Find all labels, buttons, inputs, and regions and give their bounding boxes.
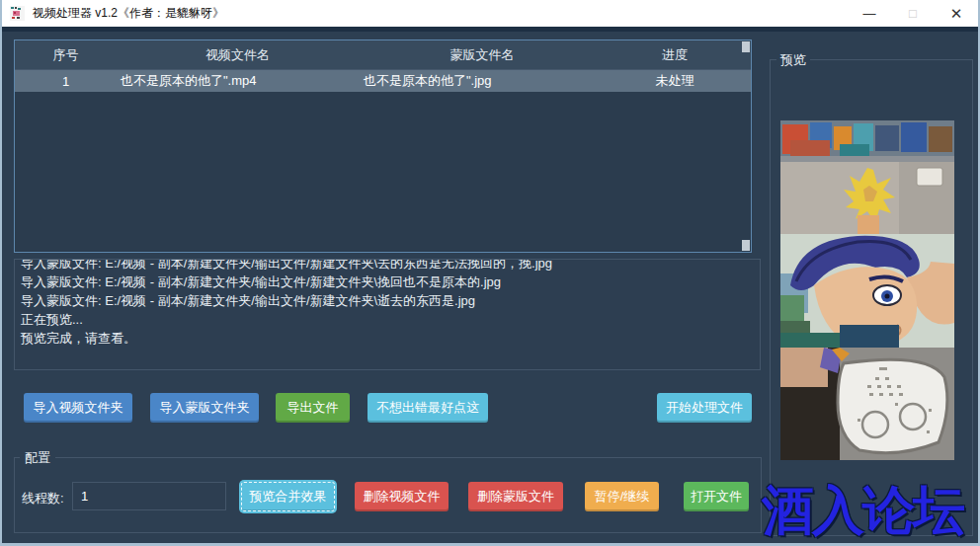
delete-video-button[interactable]: 删除视频文件 bbox=[355, 482, 449, 511]
config-group-label: 配置 bbox=[20, 449, 55, 467]
column-header-video: 视频文件名 bbox=[117, 46, 359, 64]
log-line: 导入蒙版文件: E:/视频 - 副本/新建文件夹/输出文件/新建文件夹\挽回也不… bbox=[21, 273, 754, 291]
preview-image-appliance bbox=[780, 348, 954, 460]
log-line: 导入蒙版文件: E:/视频 - 副本/新建文件夹/输出文件/新建文件夹\逝去的东… bbox=[21, 291, 754, 310]
close-button[interactable]: ✕ bbox=[935, 0, 978, 27]
file-table: 序号 视频文件名 蒙版文件名 进度 1 也不是原本的他了".mp4 也不是原本的… bbox=[14, 39, 752, 253]
log-line: 导入蒙版文件: E:/视频 - 副本/新建文件夹/输出文件/新建文件夹\去的东西… bbox=[21, 259, 754, 273]
table-scrollbar[interactable] bbox=[742, 40, 751, 252]
titlebar-shadow bbox=[2, 27, 978, 32]
pause-resume-button[interactable]: 暂停/继续 bbox=[585, 482, 659, 511]
log-line: 正在预览... bbox=[21, 310, 754, 329]
thread-count-label: 线程数: bbox=[22, 490, 64, 507]
preview-image-anime-face bbox=[780, 234, 954, 348]
import-mask-folder-button[interactable]: 导入蒙版文件夹 bbox=[150, 393, 259, 423]
column-header-status: 进度 bbox=[606, 46, 744, 64]
minimize-button[interactable]: — bbox=[848, 0, 891, 27]
thread-count-input[interactable] bbox=[72, 482, 226, 510]
export-file-button[interactable]: 导出文件 bbox=[276, 393, 350, 423]
cell-video: 也不是原本的他了".mp4 bbox=[117, 72, 359, 90]
preview-image-stack bbox=[780, 120, 954, 460]
scroll-down-icon[interactable] bbox=[742, 240, 750, 251]
log-output[interactable]: 导入蒙版文件: E:/视频 - 副本/新建文件夹/输出文件/新建文件夹\去的东西… bbox=[14, 259, 761, 370]
cell-status: 未处理 bbox=[606, 72, 744, 90]
delete-mask-button[interactable]: 删除蒙版文件 bbox=[468, 482, 563, 511]
table-row[interactable]: 1 也不是原本的他了".mp4 也不是原本的他了".jpg 未处理 bbox=[15, 70, 751, 92]
table-header: 序号 视频文件名 蒙版文件名 进度 bbox=[15, 40, 751, 70]
log-line: 预览完成，请查看。 bbox=[21, 329, 754, 348]
column-header-index: 序号 bbox=[15, 46, 117, 64]
title-bar: 视频处理器 v1.2《作者：是貔貅呀》 — □ ✕ bbox=[2, 0, 978, 27]
column-header-mask: 蒙版文件名 bbox=[359, 46, 606, 64]
open-file-button[interactable]: 打开文件 bbox=[684, 482, 749, 511]
preview-image-toy-shelf bbox=[780, 120, 954, 234]
preview-group-label: 预览 bbox=[776, 51, 810, 69]
start-process-button[interactable]: 开始处理文件 bbox=[657, 393, 752, 423]
import-video-folder-button[interactable]: 导入视频文件夹 bbox=[24, 393, 132, 423]
forum-watermark: 酒入论坛 bbox=[762, 476, 963, 546]
avoid-error-button[interactable]: 不想出错最好点这 bbox=[368, 393, 488, 423]
app-icon bbox=[10, 6, 25, 21]
window-title: 视频处理器 v1.2《作者：是貔貅呀》 bbox=[33, 5, 224, 22]
cell-index: 1 bbox=[15, 74, 117, 89]
maximize-button[interactable]: □ bbox=[891, 0, 935, 27]
scroll-up-icon[interactable] bbox=[742, 41, 750, 52]
cell-mask: 也不是原本的他了".jpg bbox=[359, 72, 606, 90]
preview-merge-button[interactable]: 预览合并效果 bbox=[241, 482, 335, 511]
